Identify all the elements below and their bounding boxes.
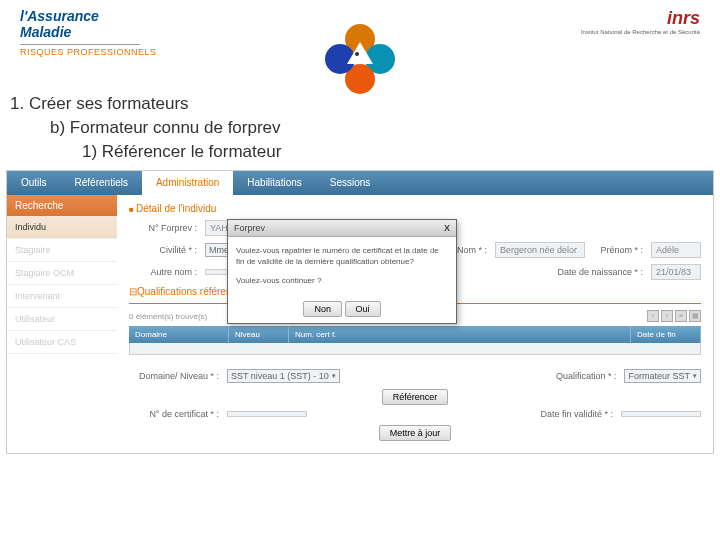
autrenom-label: Autre nom : bbox=[129, 267, 197, 277]
nom-input[interactable]: Bergeron née delor bbox=[495, 242, 585, 258]
qualif-label: Qualification * : bbox=[548, 371, 616, 381]
naissance-label: Date de naissance * : bbox=[543, 267, 643, 277]
domaine-niveau-select[interactable]: SST niveau 1 (SST) - 10 bbox=[227, 369, 340, 383]
app-screenshot: Outils Référentiels Administration Habil… bbox=[6, 170, 714, 454]
sidebar-item-individu[interactable]: Individu bbox=[7, 216, 117, 239]
confirm-dialog: Forprev X Voulez-vous rapatrier le numér… bbox=[227, 219, 457, 324]
page-prev-icon[interactable]: ‹ bbox=[647, 310, 659, 322]
title-level-1: 1. Créer ses formateurs bbox=[10, 94, 710, 114]
date-validite-label: Date fin validité * : bbox=[523, 409, 613, 419]
naissance-input[interactable]: 21/01/83 bbox=[651, 264, 701, 280]
referencer-button[interactable]: Référencer bbox=[382, 389, 449, 405]
title-level-3: 1) Référencer le formateur bbox=[82, 142, 710, 162]
prenom-input[interactable]: Adèle bbox=[651, 242, 701, 258]
sidebar-item-stagiaire-ocm[interactable]: Stagiaire OCM bbox=[7, 262, 117, 285]
results-count: 0 élément(s) trouvé(s) bbox=[129, 312, 207, 321]
page-header: l'AssuranceMaladie RISQUES PROFESSIONNEL… bbox=[0, 0, 720, 90]
table-empty-row bbox=[129, 343, 701, 355]
menu-administration[interactable]: Administration bbox=[142, 171, 233, 195]
close-icon[interactable]: X bbox=[444, 223, 450, 233]
sidebar-item-intervenant[interactable]: Intervenant bbox=[7, 285, 117, 308]
export-icon[interactable]: ▦ bbox=[689, 310, 701, 322]
main-panel: Détail de l'individu N° Forprev : YAH059… bbox=[117, 195, 713, 453]
sidebar-item-stagiaire[interactable]: Stagiaire bbox=[7, 239, 117, 262]
top-menubar: Outils Référentiels Administration Habil… bbox=[7, 171, 713, 195]
menu-sessions[interactable]: Sessions bbox=[316, 171, 385, 195]
sidebar-item-utilisateur-cas[interactable]: Utilisateur CAS bbox=[7, 331, 117, 354]
prenom-label: Prénom * : bbox=[593, 245, 643, 255]
date-validite-input[interactable] bbox=[621, 411, 701, 417]
center-emblem bbox=[325, 24, 395, 94]
menu-referentiels[interactable]: Référentiels bbox=[61, 171, 142, 195]
cert-label: N° de certificat * : bbox=[129, 409, 219, 419]
qualif-select[interactable]: Formateur SST bbox=[624, 369, 701, 383]
no-button[interactable]: Non bbox=[303, 301, 342, 317]
col-domaine[interactable]: Domaine bbox=[129, 326, 229, 343]
dialog-title: Forprev bbox=[234, 223, 265, 233]
slide-title: 1. Créer ses formateurs b) Formateur con… bbox=[0, 90, 720, 170]
dialog-text-1: Voulez-vous rapatrier le numéro de certi… bbox=[236, 245, 448, 267]
cert-input[interactable] bbox=[227, 411, 307, 417]
sidebar-item-utilisateur[interactable]: Utilisateur bbox=[7, 308, 117, 331]
domaine-niveau-label: Domaine/ Niveau * : bbox=[129, 371, 219, 381]
assurance-maladie-logo: l'AssuranceMaladie RISQUES PROFESSIONNEL… bbox=[20, 8, 157, 57]
civilite-label: Civilité * : bbox=[129, 245, 197, 255]
inrs-logo: inrs Institut National de Recherche et d… bbox=[581, 8, 700, 35]
col-niveau[interactable]: Niveau bbox=[229, 326, 289, 343]
mettre-a-jour-button[interactable]: Mettre à jour bbox=[379, 425, 452, 441]
pagination: ‹ › » ▦ bbox=[647, 310, 701, 322]
menu-outils[interactable]: Outils bbox=[7, 171, 61, 195]
col-numcert[interactable]: Num. cert f. bbox=[289, 326, 631, 343]
sidebar: Recherche Individu Stagiaire Stagiaire O… bbox=[7, 195, 117, 453]
sidebar-search-header: Recherche bbox=[7, 195, 117, 216]
title-level-2: b) Formateur connu de forprev bbox=[50, 118, 710, 138]
yes-button[interactable]: Oui bbox=[345, 301, 381, 317]
page-last-icon[interactable]: » bbox=[675, 310, 687, 322]
page-next-icon[interactable]: › bbox=[661, 310, 673, 322]
menu-habilitations[interactable]: Habilitations bbox=[233, 171, 315, 195]
qualif-table-header: Domaine Niveau Num. cert f. Date de fin bbox=[129, 326, 701, 343]
dialog-text-2: Voulez-vous continuer ? bbox=[236, 275, 448, 286]
detail-section-title: Détail de l'individu bbox=[129, 203, 701, 214]
col-datefin[interactable]: Date de fin bbox=[631, 326, 701, 343]
forprev-label: N° Forprev : bbox=[129, 223, 197, 233]
